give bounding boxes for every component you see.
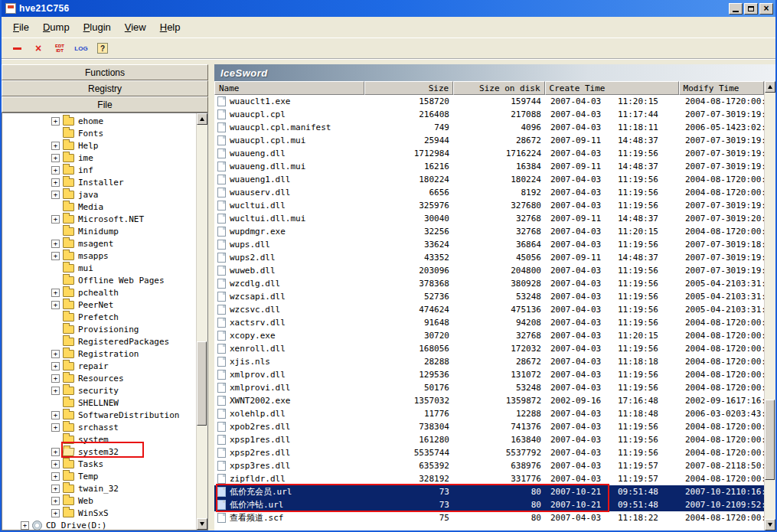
table-row[interactable]: wuaueng1.dll1802241802242007-04-0311:19:… bbox=[214, 173, 764, 186]
table-row[interactable]: wupdmgr.exe32256327682007-04-0311:20:152… bbox=[214, 225, 764, 238]
tree-item-peernet[interactable]: +PeerNet bbox=[2, 299, 196, 311]
table-row[interactable]: wzcsapi.dll52736532482007-04-0311:19:562… bbox=[214, 290, 764, 303]
terminate-button[interactable]: × bbox=[29, 40, 47, 57]
tree-item-registeredpackages[interactable]: RegisteredPackages bbox=[2, 335, 196, 348]
expand-icon[interactable]: + bbox=[51, 166, 60, 175]
table-row[interactable]: zipfldr.dll3281923317762007-04-0311:19:5… bbox=[214, 472, 764, 485]
tree-item-registration[interactable]: +Registration bbox=[2, 348, 196, 360]
tree-item-resources[interactable]: +Resources bbox=[2, 372, 196, 384]
expand-icon[interactable]: + bbox=[51, 215, 60, 224]
scroll-down-button[interactable] bbox=[765, 519, 775, 530]
tree-item-provisioning[interactable]: Provisioning bbox=[2, 323, 196, 335]
close-button[interactable]: × bbox=[759, 3, 773, 15]
expand-icon[interactable]: + bbox=[51, 117, 60, 126]
maximize-button[interactable] bbox=[744, 3, 758, 15]
table-row[interactable]: xmlprov.dll1295361310722007-04-0311:19:5… bbox=[214, 368, 764, 381]
tree-item-repair[interactable]: +repair bbox=[2, 360, 196, 372]
expand-icon[interactable]: + bbox=[51, 191, 60, 199]
table-row[interactable]: wuaueng.dll171298417162242007-04-0311:19… bbox=[214, 147, 764, 160]
tree-item-help[interactable]: +Help bbox=[2, 139, 196, 152]
table-row[interactable]: wzcsvc.dll4746244751362007-04-0311:19:56… bbox=[214, 303, 764, 316]
section-button-functions[interactable]: Functions bbox=[2, 64, 208, 80]
tree-item-shellnew[interactable]: SHELLNEW bbox=[2, 397, 196, 409]
column-header-modify-time[interactable]: Modify Time bbox=[679, 81, 764, 95]
expand-icon[interactable]: + bbox=[51, 423, 60, 432]
table-row[interactable]: xenroll.dll1680561720322007-04-0311:19:5… bbox=[214, 342, 764, 355]
table-row[interactable]: wuaucpl.cpl.manifest74940962007-04-0311:… bbox=[214, 121, 764, 134]
scroll-track[interactable] bbox=[765, 93, 775, 519]
table-row[interactable]: XWNT2002.exe135703213598722002-09-1617:1… bbox=[214, 394, 764, 407]
column-header-size[interactable]: Size bbox=[364, 81, 453, 95]
table-row[interactable]: wups.dll33624368642007-04-0311:19:562007… bbox=[214, 238, 764, 251]
expand-icon[interactable]: + bbox=[51, 154, 60, 162]
tree-item-winsxs[interactable]: +WinSxS bbox=[2, 507, 196, 519]
expand-icon[interactable]: + bbox=[21, 521, 29, 530]
table-row[interactable]: wuauserv.dll665681922007-04-0311:19:5620… bbox=[214, 186, 764, 199]
tree-item-system32[interactable]: +system32 bbox=[2, 446, 196, 458]
log-button[interactable]: LOG bbox=[72, 40, 90, 57]
tree-item-srchasst[interactable]: +srchasst bbox=[2, 421, 196, 433]
tree-item-ime[interactable]: +ime bbox=[2, 152, 196, 164]
expand-icon[interactable]: + bbox=[51, 240, 60, 248]
remove-button[interactable] bbox=[8, 40, 26, 57]
expand-icon[interactable]: + bbox=[51, 301, 60, 309]
tree-item-softwaredistribution[interactable]: +SoftwareDistribution bbox=[2, 409, 196, 421]
expand-icon[interactable]: + bbox=[51, 448, 60, 456]
table-row[interactable]: wzcdlg.dll3783683809282007-04-0311:19:56… bbox=[214, 277, 764, 290]
expand-icon[interactable]: + bbox=[51, 252, 60, 260]
tree-item-system[interactable]: system bbox=[2, 433, 196, 446]
expand-icon[interactable]: + bbox=[51, 460, 60, 468]
expand-icon[interactable]: + bbox=[51, 497, 60, 505]
scroll-down-button[interactable] bbox=[197, 518, 207, 530]
section-button-file[interactable]: File bbox=[2, 96, 208, 113]
edt-idt-button[interactable]: EDTIDT bbox=[51, 40, 69, 57]
list-scrollbar[interactable] bbox=[764, 81, 775, 530]
table-row[interactable]: xpsp3res.dll6353926389762007-04-0311:19:… bbox=[214, 459, 764, 472]
tree-item-installer[interactable]: +Installer bbox=[2, 176, 196, 188]
table-row[interactable]: 低价充会员.url73802007-10-2109:51:482007-10-2… bbox=[214, 485, 764, 498]
tree-item-java[interactable]: +java bbox=[2, 188, 196, 201]
menu-item-help[interactable]: Help bbox=[153, 19, 188, 35]
expand-icon[interactable]: + bbox=[51, 362, 60, 370]
tree-item-msapps[interactable]: +msapps bbox=[2, 250, 196, 262]
expand-icon[interactable]: + bbox=[51, 374, 60, 383]
table-row[interactable]: wucltui.dll.mui30040327682007-09-1114:48… bbox=[214, 212, 764, 225]
table-row[interactable]: wuaucpl.cpl2164082170882007-04-0311:17:4… bbox=[214, 108, 764, 121]
expand-icon[interactable]: + bbox=[51, 485, 60, 493]
expand-icon[interactable]: + bbox=[51, 387, 60, 395]
scroll-track[interactable] bbox=[197, 125, 207, 518]
tree-item-minidump[interactable]: Minidump bbox=[2, 225, 196, 237]
expand-icon[interactable]: + bbox=[51, 472, 60, 481]
tree-item-msagent[interactable]: +msagent bbox=[2, 237, 196, 250]
scroll-thumb[interactable] bbox=[197, 341, 207, 426]
expand-icon[interactable]: + bbox=[51, 350, 60, 358]
tree-item-pchealth[interactable]: +pchealth bbox=[2, 286, 196, 299]
expand-icon[interactable]: + bbox=[51, 411, 60, 419]
menu-item-file[interactable]: File bbox=[6, 19, 36, 35]
tree-item-inf[interactable]: +inf bbox=[2, 164, 196, 176]
expand-icon[interactable]: + bbox=[51, 509, 60, 517]
table-row[interactable]: 低价冲钻.url73802007-10-2109:51:482007-10-21… bbox=[214, 498, 764, 511]
scroll-up-button[interactable] bbox=[197, 113, 207, 125]
tree-item-tasks[interactable]: +Tasks bbox=[2, 458, 196, 470]
column-header-name[interactable]: Name bbox=[214, 81, 364, 95]
menu-item-view[interactable]: View bbox=[118, 19, 153, 35]
tree-item-microsoft-net[interactable]: +Microsoft.NET bbox=[2, 213, 196, 225]
section-button-registry[interactable]: Registry bbox=[2, 80, 208, 96]
expand-icon[interactable]: + bbox=[51, 142, 60, 150]
tree-item-fonts[interactable]: Fonts bbox=[2, 127, 196, 139]
menu-item-dump[interactable]: Dump bbox=[36, 19, 77, 35]
column-header-size-on-disk[interactable]: Size on disk bbox=[453, 81, 544, 95]
column-header-create-time[interactable]: Create Time bbox=[545, 81, 679, 95]
tree-item-web[interactable]: +Web bbox=[2, 494, 196, 507]
tree-scrollbar[interactable] bbox=[196, 113, 207, 530]
tree-item-twain-32[interactable]: +twain_32 bbox=[2, 482, 196, 494]
table-row[interactable]: xcopy.exe30720327682007-04-0311:20:15200… bbox=[214, 329, 764, 342]
table-row[interactable]: xjis.nls28288286722007-04-0311:18:182004… bbox=[214, 355, 764, 368]
table-row[interactable]: wuweb.dll2030962048002007-04-0311:19:562… bbox=[214, 264, 764, 277]
expand-icon[interactable]: + bbox=[51, 289, 60, 297]
table-row[interactable]: wups2.dll43352450562007-09-1114:48:37200… bbox=[214, 251, 764, 264]
table-row[interactable]: wuauclt1.exe1587201597442007-04-0311:20:… bbox=[214, 95, 764, 108]
tree-item-mui[interactable]: mui bbox=[2, 262, 196, 274]
scroll-thumb[interactable] bbox=[765, 400, 775, 480]
